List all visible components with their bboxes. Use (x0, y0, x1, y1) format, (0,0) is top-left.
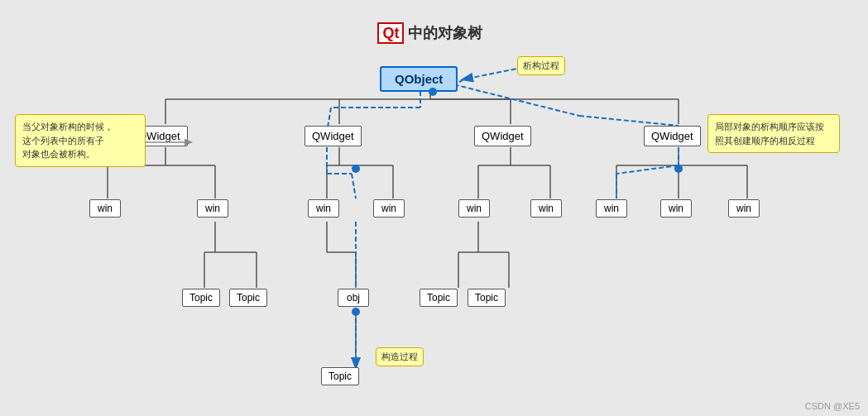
node-win4: win (373, 199, 405, 218)
annotation-construct: 构造过程 (376, 347, 424, 366)
annotation-left: 当父对象析构的时候， 这个列表中的所有子 对象也会被析构。 (15, 114, 146, 167)
node-topic5: Topic (321, 367, 359, 385)
node-win7: win (596, 199, 627, 218)
svg-line-53 (579, 116, 679, 126)
node-win2: win (197, 199, 228, 218)
node-win3: win (308, 199, 339, 218)
node-topic1: Topic (182, 289, 220, 307)
node-win1: win (89, 199, 121, 218)
dot-win3 (352, 165, 360, 173)
annotation-right: 局部对象的析构顺序应该按 照其创建顺序的相反过程 (707, 114, 840, 153)
page-title: Qt 中的对象树 (323, 23, 538, 43)
node-win6: win (530, 199, 562, 218)
node-qobject: QObject (380, 66, 458, 92)
dot-obj (352, 308, 360, 316)
node-win8: win (660, 199, 692, 218)
watermark: CSDN @XE5 (805, 401, 860, 411)
node-qwidget3: QWidget (474, 126, 531, 146)
svg-line-52 (447, 83, 579, 116)
node-topic3: Topic (420, 289, 458, 307)
node-obj: obj (338, 289, 369, 307)
node-qwidget2: QWidget (305, 126, 362, 146)
node-topic2: Topic (229, 289, 267, 307)
dot-win7 (674, 165, 683, 173)
svg-line-55 (616, 165, 679, 174)
node-topic4: Topic (468, 289, 506, 307)
annotation-destruct: 析构过程 (517, 56, 565, 75)
node-win5: win (458, 199, 490, 218)
dot-qobject (429, 88, 437, 96)
node-win9: win (728, 199, 760, 218)
svg-line-50 (352, 174, 356, 198)
node-qwidget4: QWidget (644, 126, 701, 146)
diagram-container: Qt 中的对象树 QObject QWidget QWidget QWidget… (0, 0, 868, 416)
